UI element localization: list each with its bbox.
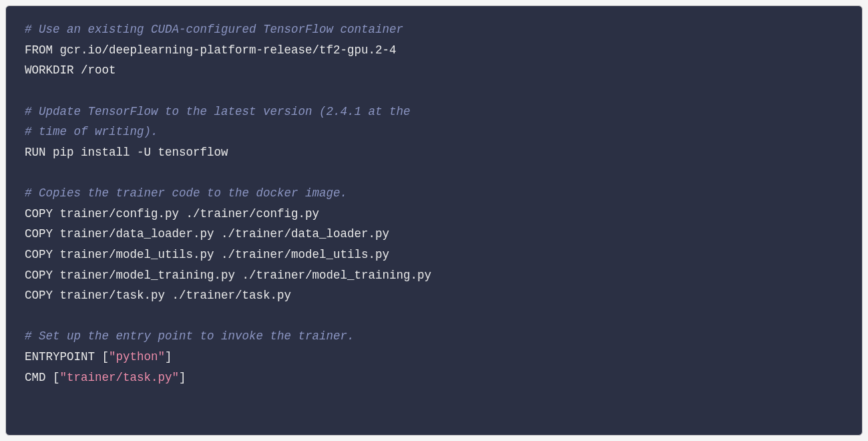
code-line — [25, 81, 843, 102]
code-line — [25, 162, 843, 183]
code-segment-bracket: ] — [165, 350, 172, 363]
code-segment-text — [46, 371, 53, 384]
code-line — [25, 306, 843, 327]
code-segment-text: pip install -U tensorflow — [46, 146, 228, 159]
code-segment-bracket: [ — [53, 371, 60, 384]
code-segment-bracket: [ — [102, 350, 110, 363]
code-line: ENTRYPOINT ["python"] — [25, 347, 843, 368]
code-line: # Set up the entry point to invoke the t… — [25, 326, 843, 347]
code-segment-keyword: COPY — [25, 248, 53, 261]
code-segment-keyword: COPY — [25, 289, 53, 302]
code-segment-text: trainer/model_training.py ./trainer/mode… — [53, 269, 431, 282]
code-segment-keyword: RUN — [25, 146, 46, 159]
code-comment: # Update TensorFlow to the latest versio… — [25, 105, 411, 118]
code-segment-string: "trainer/task.py" — [60, 371, 180, 384]
code-comment: # time of writing). — [25, 125, 158, 138]
code-segment-text: trainer/task.py ./trainer/task.py — [53, 289, 291, 302]
code-comment: # Copies the trainer code to the docker … — [25, 186, 347, 200]
code-segment-keyword: CMD — [25, 371, 46, 384]
code-comment: # Set up the entry point to invoke the t… — [25, 329, 355, 343]
code-line: # time of writing). — [25, 122, 843, 142]
code-line: COPY trainer/task.py ./trainer/task.py — [25, 285, 843, 306]
code-segment-keyword: COPY — [25, 207, 53, 220]
code-line: RUN pip install -U tensorflow — [25, 142, 843, 163]
code-segment-bracket: ] — [179, 371, 186, 384]
code-line: COPY trainer/model_utils.py ./trainer/mo… — [25, 245, 843, 265]
code-line: COPY trainer/config.py ./trainer/config.… — [25, 204, 843, 225]
code-line: FROM gcr.io/deeplearning-platform-releas… — [25, 40, 843, 61]
code-segment-text: trainer/config.py ./trainer/config.py — [53, 207, 319, 220]
code-segment-string: "python" — [109, 350, 165, 363]
code-segment-keyword: FROM — [25, 43, 53, 57]
code-line: COPY trainer/data_loader.py ./trainer/da… — [25, 224, 843, 245]
code-segment-text: /root — [74, 63, 116, 77]
code-segment-keyword: ENTRYPOINT — [25, 350, 95, 363]
dockerfile-code-block: # Use an existing CUDA-configured Tensor… — [5, 5, 863, 436]
code-segment-keyword: WORKDIR — [25, 63, 74, 77]
code-segment-text: trainer/data_loader.py ./trainer/data_lo… — [53, 227, 389, 241]
code-line: # Update TensorFlow to the latest versio… — [25, 102, 843, 122]
code-segment-keyword: COPY — [25, 227, 53, 241]
code-segment-keyword: COPY — [25, 269, 53, 282]
code-segment-text: trainer/model_utils.py ./trainer/model_u… — [53, 248, 389, 261]
code-segment-text — [95, 350, 102, 363]
code-segment-text: gcr.io/deeplearning-platform-release/tf2… — [53, 43, 397, 57]
code-line: # Use an existing CUDA-configured Tensor… — [25, 19, 843, 40]
code-line: CMD ["trainer/task.py"] — [25, 368, 843, 388]
code-line: COPY trainer/model_training.py ./trainer… — [25, 265, 843, 286]
code-line: WORKDIR /root — [25, 60, 843, 81]
code-comment: # Use an existing CUDA-configured Tensor… — [25, 23, 403, 36]
code-line: # Copies the trainer code to the docker … — [25, 183, 843, 204]
